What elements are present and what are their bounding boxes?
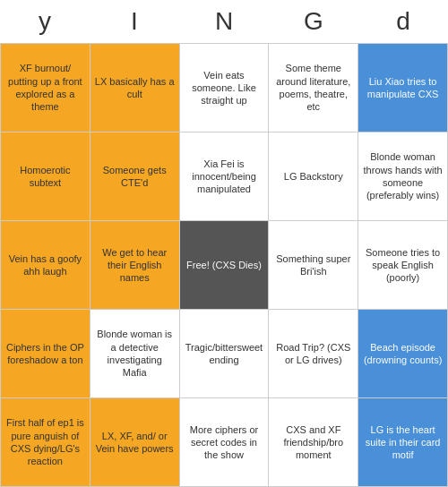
bingo-cell-19[interactable]: Beach episode (drowning counts) (358, 310, 448, 398)
bingo-cell-18[interactable]: Road Trip? (CXS or LG drives) (269, 310, 358, 398)
header-col-1: I (90, 7, 179, 36)
bingo-cell-24[interactable]: LG is the heart suite in their card moti… (358, 398, 448, 487)
bingo-cell-7[interactable]: Xia Fei is innocent/being manipulated (180, 132, 270, 221)
bingo-cell-6[interactable]: Someone gets CTE'd (90, 132, 180, 221)
header-col-3: G (269, 7, 358, 36)
bingo-cell-8[interactable]: LG Backstory (269, 132, 358, 221)
bingo-cell-13[interactable]: Something super Bri'ish (269, 221, 358, 310)
bingo-grid: XF burnout/ putting up a front explored … (0, 43, 448, 487)
bingo-cell-22[interactable]: More ciphers or secret codes in the show (180, 398, 270, 487)
bingo-cell-0[interactable]: XF burnout/ putting up a front explored … (1, 44, 90, 132)
bingo-cell-14[interactable]: Someone tries to speak English (poorly) (358, 221, 448, 310)
bingo-cell-3[interactable]: Some theme around literature, poems, the… (269, 44, 358, 132)
bingo-header: yINGd (0, 0, 448, 43)
bingo-board: yINGd XF burnout/ putting up a front exp… (0, 0, 448, 487)
bingo-cell-9[interactable]: Blonde woman throws hands with someone (… (358, 132, 448, 221)
bingo-cell-21[interactable]: LX, XF, and/ or Vein have powers (90, 398, 180, 487)
bingo-cell-16[interactable]: Blonde woman is a detective investigatin… (90, 310, 180, 398)
bingo-cell-4[interactable]: Liu Xiao tries to manipulate CXS (358, 44, 448, 132)
bingo-cell-10[interactable]: Vein has a goofy ahh laugh (1, 221, 90, 310)
bingo-cell-20[interactable]: First half of ep1 is pure anguish of CXS… (1, 398, 90, 487)
bingo-cell-15[interactable]: Ciphers in the OP foreshadow a ton (1, 310, 90, 398)
bingo-cell-2[interactable]: Vein eats someone. Like straight up (180, 44, 270, 132)
header-col-2: N (179, 7, 269, 36)
bingo-cell-11[interactable]: We get to hear their English names (90, 221, 180, 310)
header-col-0: y (0, 7, 90, 36)
bingo-cell-12[interactable]: Free! (CXS Dies) (180, 221, 270, 310)
bingo-cell-17[interactable]: Tragic/bittersweet ending (180, 310, 270, 398)
bingo-cell-23[interactable]: CXS and XF friendship/bro moment (269, 398, 358, 487)
bingo-cell-5[interactable]: Homoerotic subtext (1, 132, 90, 221)
header-col-4: d (358, 7, 448, 36)
bingo-cell-1[interactable]: LX basically has a cult (90, 44, 180, 132)
